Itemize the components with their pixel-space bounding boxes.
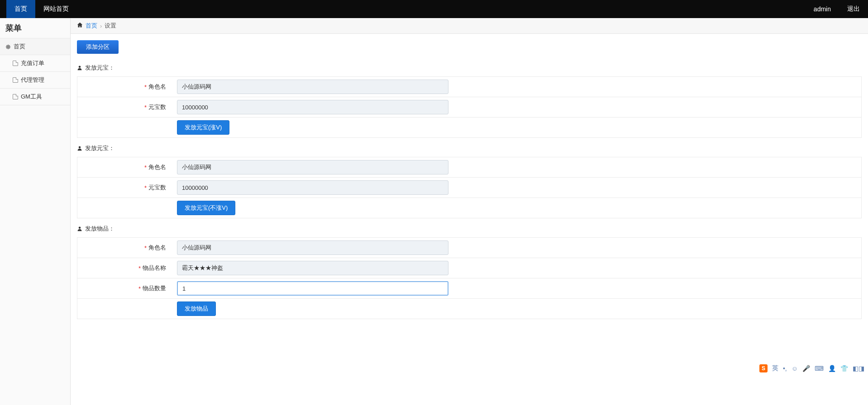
ime-toolbar: S 英 •, ☺ 🎤 ⌨ 👤 👕 ◧◨ [759, 364, 864, 372]
main: 首页 › 设置 添加分区 发放元宝： *角色名 *元宝数 [71, 18, 868, 405]
item-qty-input[interactable] [177, 281, 448, 296]
form-label: *元宝数 [77, 97, 172, 117]
form-label: *元宝数 [77, 178, 172, 198]
form-field [172, 157, 507, 177]
required-mark: * [138, 265, 141, 272]
required-mark: * [144, 104, 147, 111]
topbar-home[interactable]: 首页 [6, 0, 35, 18]
form-field: 发放元宝(涨V) [172, 118, 507, 137]
ime-keyboard-icon[interactable]: ⌨ [815, 365, 824, 372]
label-text: 物品数量 [143, 284, 166, 292]
form-field [172, 97, 507, 117]
ime-punct-icon[interactable]: •, [783, 365, 787, 372]
ime-badge-icon[interactable]: S [759, 364, 768, 372]
topbar-spacer [77, 0, 806, 18]
form-label: *角色名 [77, 238, 172, 258]
label-text: 角色名 [148, 244, 166, 252]
form-yuanbao-nov: *角色名 *元宝数 发放元宝(不涨V) [77, 157, 862, 218]
sidebar: 菜单 首页 充值订单 代理管理 GM工具 [0, 18, 71, 405]
home-icon [77, 22, 83, 29]
sidebar-menu: 首页 充值订单 代理管理 GM工具 [0, 38, 70, 105]
form-yuanbao-v: *角色名 *元宝数 发放元宝(涨V) [77, 76, 862, 138]
form-row: *角色名 [77, 157, 861, 178]
form-label [77, 198, 172, 218]
form-field [172, 178, 507, 198]
form-row: *角色名 [77, 238, 861, 258]
section-title-label: 发放物品： [85, 225, 114, 233]
sidebar-item-recharge[interactable]: 充值订单 [0, 55, 70, 72]
form-row: *物品数量 [77, 278, 861, 299]
content: 添加分区 发放元宝： *角色名 *元宝数 发放元宝( [71, 34, 868, 332]
form-label: *物品数量 [77, 278, 172, 298]
sidebar-root-item[interactable]: 首页 [0, 38, 70, 55]
add-zone-button[interactable]: 添加分区 [77, 40, 119, 54]
gear-icon [5, 44, 11, 49]
form-row: *元宝数 [77, 178, 861, 198]
item-name-input[interactable] [177, 261, 448, 275]
form-field [172, 77, 507, 97]
sidebar-root-label: 首页 [14, 42, 25, 51]
form-label: *物品名称 [77, 258, 172, 278]
topbar-site-home[interactable]: 网站首页 [35, 0, 77, 18]
ime-toolbox-icon[interactable]: ◧◨ [853, 365, 864, 372]
breadcrumb-home-link[interactable]: 首页 [86, 22, 97, 30]
section-title-yuanbao-nov: 发放元宝： [77, 144, 862, 152]
ime-emoji-icon[interactable]: ☺ [792, 365, 798, 372]
file-icon [13, 61, 18, 66]
topbar: 首页 网站首页 admin 退出 [0, 0, 868, 18]
form-row: *元宝数 [77, 97, 861, 118]
section-title-label: 发放元宝： [85, 64, 114, 72]
issue-item-button[interactable]: 发放物品 [177, 301, 216, 316]
sidebar-item-label: 充值订单 [21, 59, 44, 67]
form-field: 发放元宝(不涨V) [172, 198, 507, 218]
issue-yuanbao-nov-button[interactable]: 发放元宝(不涨V) [177, 201, 235, 215]
svg-point-2 [79, 227, 81, 229]
sidebar-item-agent[interactable]: 代理管理 [0, 72, 70, 89]
role-name-input[interactable] [177, 80, 448, 94]
ime-skin-icon[interactable]: 👕 [840, 365, 848, 372]
form-field [172, 278, 507, 298]
yuanbao-count-input[interactable] [177, 100, 448, 114]
topbar-user[interactable]: admin [806, 0, 839, 18]
sidebar-item-label: 代理管理 [21, 76, 44, 84]
required-mark: * [144, 84, 147, 90]
label-text: 元宝数 [148, 103, 166, 111]
breadcrumb: 首页 › 设置 [71, 18, 868, 34]
form-item: *角色名 *物品名称 *物品数量 发放物品 [77, 237, 862, 319]
sidebar-item-gmtools[interactable]: GM工具 [0, 89, 70, 105]
form-row: *角色名 [77, 77, 861, 97]
label-text: 物品名称 [143, 264, 166, 272]
form-label: *角色名 [77, 157, 172, 177]
role-name-input[interactable] [177, 240, 448, 255]
required-mark: * [144, 184, 147, 191]
file-icon [13, 77, 18, 83]
form-field: 发放物品 [172, 299, 507, 319]
form-label: *角色名 [77, 77, 172, 97]
form-label [77, 299, 172, 319]
form-field [172, 238, 507, 258]
ime-user-icon[interactable]: 👤 [828, 365, 836, 372]
sidebar-title: 菜单 [0, 18, 70, 38]
role-name-input[interactable] [177, 160, 448, 174]
issue-yuanbao-v-button[interactable]: 发放元宝(涨V) [177, 120, 229, 135]
label-text: 元宝数 [148, 184, 166, 192]
yuanbao-count-input[interactable] [177, 180, 448, 195]
required-mark: * [144, 164, 147, 171]
person-icon [77, 146, 82, 151]
required-mark: * [144, 245, 147, 251]
svg-point-0 [79, 66, 81, 68]
ime-mic-icon[interactable]: 🎤 [802, 365, 810, 372]
form-field [172, 258, 507, 278]
person-icon [77, 65, 82, 71]
topbar-logout[interactable]: 退出 [839, 0, 868, 18]
section-title-label: 发放元宝： [85, 144, 114, 152]
sidebar-item-label: GM工具 [21, 93, 42, 101]
section-title-yuanbao-v: 发放元宝： [77, 64, 862, 72]
form-row: *物品名称 [77, 258, 861, 278]
form-label [77, 118, 172, 137]
ime-lang[interactable]: 英 [772, 364, 778, 372]
file-icon [13, 94, 18, 99]
svg-point-1 [79, 146, 81, 149]
label-text: 角色名 [148, 163, 166, 171]
required-mark: * [138, 285, 141, 292]
